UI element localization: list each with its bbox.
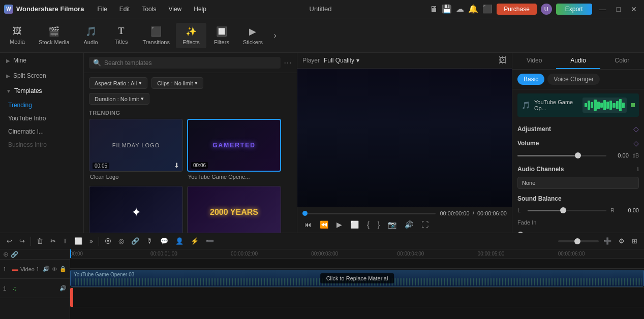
zoom-track[interactable]	[558, 240, 599, 242]
lock-icon[interactable]: 🔒	[59, 266, 67, 272]
grid-icon[interactable]: ⊞	[629, 235, 640, 247]
redo-button[interactable]: ↪	[17, 235, 27, 247]
menu-help[interactable]: Help	[189, 4, 211, 15]
player-quality-selector[interactable]: Full Quality ▾	[324, 57, 359, 64]
volume-button[interactable]: 🔊	[403, 219, 415, 230]
balance-value: 0.00	[621, 207, 639, 213]
volume-thumb[interactable]	[575, 152, 581, 158]
toolbar-titles[interactable]: T Titles	[106, 23, 137, 48]
video-clip[interactable]: YouTube Game Opener 03 Click to Replace …	[70, 270, 644, 286]
sidebar-item-templates[interactable]: ▼ Templates	[0, 83, 83, 99]
tab-color[interactable]: Color	[600, 53, 644, 69]
more-tl-button[interactable]: »	[87, 235, 96, 247]
toolbar-stock-media[interactable]: 🎬 Stock Media	[33, 23, 76, 48]
sidebar-sub-youtube-intro[interactable]: YouTube Intro	[0, 112, 83, 125]
timeline-right: 00:00 00:00:01:00 00:00:02:00 00:00:03:0…	[70, 249, 644, 319]
sound-balance-slider[interactable]	[528, 210, 606, 211]
template-card-star[interactable]: ✦	[89, 186, 183, 233]
duration-filter[interactable]: Duration : No limit ▾	[89, 93, 149, 105]
balance-thumb[interactable]	[560, 207, 566, 213]
replace-material-banner[interactable]: Click to Replace Material	[320, 273, 394, 283]
adjustment-diamond-icon[interactable]: ◇	[633, 125, 639, 133]
link-track-icon[interactable]: 🔗	[11, 251, 18, 258]
sidebar-sub-business[interactable]: Business Intro	[0, 138, 83, 151]
user-avatar: U	[541, 4, 552, 15]
menu-view[interactable]: View	[163, 4, 187, 15]
sidebar-sub-cinematic[interactable]: Cinematic I...	[0, 125, 83, 138]
settings-icon[interactable]: ⚙	[616, 235, 627, 247]
purchase-button[interactable]: Purchase	[497, 4, 537, 15]
menu-file[interactable]: File	[92, 4, 112, 15]
zoom-out-button[interactable]: ➖	[203, 235, 217, 247]
toolbar-stickers[interactable]: ▶ Stickers	[237, 23, 269, 48]
toolbar-audio[interactable]: 🎵 Audio	[76, 23, 106, 48]
crop-button[interactable]: ⬜	[72, 235, 85, 247]
delete-button[interactable]: 🗑	[34, 235, 46, 247]
clips-filter[interactable]: Clips : No limit ▾	[151, 77, 203, 89]
snapshot-button[interactable]: 📷	[386, 219, 398, 230]
stickers-label: Stickers	[243, 39, 263, 45]
undo-button[interactable]: ↩	[4, 235, 15, 247]
volume-section: Volume ◇	[512, 135, 644, 149]
toolbar-effects[interactable]: ✨ Effects	[176, 23, 206, 48]
template-card-youtube-game[interactable]: GAMERTED 00:06 YouTube Game Opene...	[187, 119, 281, 182]
video-track-icon: ▬	[12, 266, 18, 273]
progress-dot	[302, 211, 308, 216]
aspect-ratio-filter[interactable]: Aspect Ratio : All ▾	[89, 77, 147, 89]
audio-button[interactable]: 🎙	[144, 235, 156, 247]
mute-icon[interactable]: 🔊	[43, 266, 50, 272]
volume-diamond-icon[interactable]: ◇	[633, 139, 639, 147]
play-button[interactable]: ▶	[334, 219, 344, 230]
minimize-button[interactable]: —	[596, 5, 609, 13]
zoom-in-button[interactable]: ➕	[601, 235, 614, 247]
face-button[interactable]: 👤	[173, 235, 186, 247]
toolbar-transitions[interactable]: ⬛ Transitions	[137, 23, 176, 48]
ai-button[interactable]: ⚡	[188, 235, 201, 247]
mark-in-button[interactable]: {	[365, 219, 372, 230]
menu-tools[interactable]: Tools	[137, 4, 161, 15]
tab-video[interactable]: Video	[512, 53, 556, 69]
template-card-year[interactable]: 2000 YEARS	[187, 186, 281, 233]
link-button[interactable]: 🔗	[129, 235, 142, 247]
tab-audio[interactable]: Audio	[556, 53, 600, 69]
close-button[interactable]: ✕	[628, 5, 640, 13]
add-track-icon[interactable]: ⊕	[3, 250, 9, 258]
more-options-icon[interactable]: ⋯	[284, 58, 292, 68]
subtitle-button[interactable]: 💬	[158, 235, 171, 247]
menu-edit[interactable]: Edit	[114, 4, 135, 15]
skip-back-button[interactable]: ⏮	[302, 219, 314, 230]
zoom-thumb[interactable]	[574, 238, 580, 244]
stock-media-label: Stock Media	[39, 39, 70, 45]
sidebar-item-split-screen[interactable]: ▶ Split Screen	[0, 68, 83, 83]
maximize-button[interactable]: □	[614, 5, 624, 13]
sidebar-item-mine[interactable]: ▶ Mine	[0, 53, 83, 68]
volume-slider[interactable]	[517, 155, 606, 156]
trending-section-label: TRENDING	[84, 107, 297, 119]
audio-label: Audio	[83, 39, 98, 45]
toolbar-media[interactable]: 🖼 Media	[2, 23, 33, 48]
menu-bar: File Edit Tools View Help	[92, 4, 211, 15]
audio-tab-basic[interactable]: Basic	[517, 74, 544, 85]
toolbar-more-button[interactable]: ›	[269, 29, 281, 42]
mark-out-button[interactable]: }	[376, 219, 382, 230]
stop-button[interactable]: ⬜	[348, 219, 361, 230]
snap-button[interactable]: ⦿	[102, 235, 114, 247]
templates-header: 🔍 ⋯	[84, 53, 297, 73]
ruler-mark-0: 00:00	[70, 251, 83, 257]
audio-channels-select[interactable]: None	[517, 177, 639, 189]
template-card-clean-logo[interactable]: FILMDAY LOGO 00:05 ⬇ Clean Logo	[89, 119, 183, 182]
step-back-button[interactable]: ⏪	[318, 219, 330, 230]
sidebar-sub-trending[interactable]: Trending	[0, 99, 83, 112]
search-input[interactable]	[104, 59, 277, 67]
progress-track[interactable]	[302, 213, 436, 214]
cut-button[interactable]: ✂	[48, 235, 58, 247]
ripple-button[interactable]: ◎	[116, 235, 127, 247]
toolbar-filters[interactable]: 🔲 Filters	[206, 23, 237, 48]
text-button[interactable]: T	[60, 235, 70, 247]
export-button[interactable]: Export	[556, 4, 592, 15]
audio-tab-voice-changer[interactable]: Voice Changer	[547, 74, 600, 85]
fade-in-thumb[interactable]	[517, 232, 524, 233]
audio-mute-icon[interactable]: 🔊	[59, 285, 67, 292]
eye-icon[interactable]: 👁	[52, 266, 57, 272]
fullscreen-button[interactable]: ⛶	[419, 219, 431, 230]
